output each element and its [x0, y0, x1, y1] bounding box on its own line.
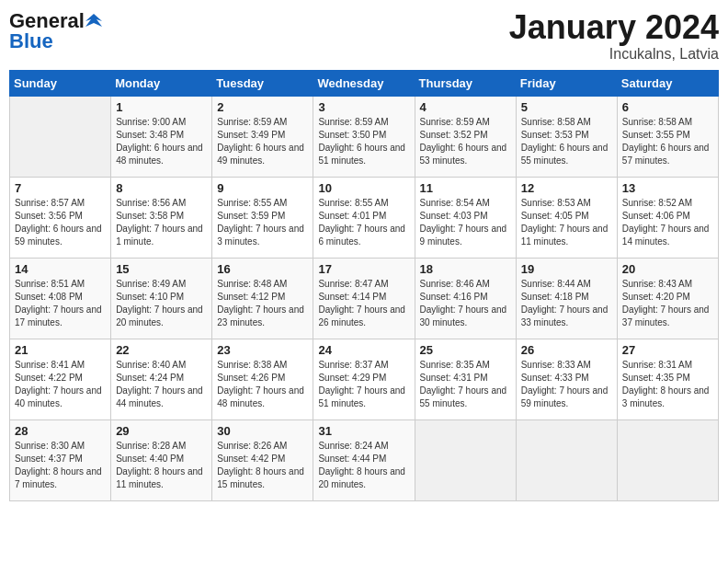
day-number: 6: [622, 100, 713, 114]
calendar-cell: 24Sunrise: 8:37 AMSunset: 4:29 PMDayligh…: [313, 339, 415, 419]
day-number: 15: [116, 262, 207, 276]
calendar-cell: 4Sunrise: 8:59 AMSunset: 3:52 PMDaylight…: [415, 96, 516, 177]
calendar-cell: 17Sunrise: 8:47 AMSunset: 4:14 PMDayligh…: [313, 258, 415, 339]
calendar-week-row: 14Sunrise: 8:51 AMSunset: 4:08 PMDayligh…: [10, 258, 719, 339]
day-info: Sunrise: 8:44 AMSunset: 4:18 PMDaylight:…: [521, 278, 612, 329]
col-header-tuesday: Tuesday: [212, 70, 313, 96]
logo: General Blue: [9, 9, 102, 53]
day-info: Sunrise: 8:59 AMSunset: 3:52 PMDaylight:…: [420, 116, 511, 167]
day-info: Sunrise: 8:58 AMSunset: 3:53 PMDaylight:…: [521, 116, 612, 167]
calendar-cell: 20Sunrise: 8:43 AMSunset: 4:20 PMDayligh…: [617, 258, 718, 339]
col-header-thursday: Thursday: [415, 70, 516, 96]
col-header-friday: Friday: [516, 70, 617, 96]
calendar-cell: 7Sunrise: 8:57 AMSunset: 3:56 PMDaylight…: [10, 177, 111, 258]
day-number: 26: [521, 343, 612, 357]
day-number: 24: [318, 343, 409, 357]
logo-bird-icon: [85, 14, 102, 27]
calendar-week-row: 28Sunrise: 8:30 AMSunset: 4:37 PMDayligh…: [10, 419, 719, 500]
col-header-sunday: Sunday: [10, 70, 111, 96]
day-info: Sunrise: 8:33 AMSunset: 4:33 PMDaylight:…: [521, 359, 612, 410]
day-info: Sunrise: 8:51 AMSunset: 4:08 PMDaylight:…: [15, 278, 106, 329]
day-info: Sunrise: 8:59 AMSunset: 3:49 PMDaylight:…: [217, 116, 308, 167]
day-number: 27: [622, 343, 713, 357]
calendar-cell: 23Sunrise: 8:38 AMSunset: 4:26 PMDayligh…: [212, 339, 313, 419]
calendar-cell: 18Sunrise: 8:46 AMSunset: 4:16 PMDayligh…: [415, 258, 516, 339]
day-number: 18: [420, 262, 511, 276]
calendar-cell: 10Sunrise: 8:55 AMSunset: 4:01 PMDayligh…: [313, 177, 415, 258]
day-number: 2: [217, 100, 308, 114]
calendar-week-row: 21Sunrise: 8:41 AMSunset: 4:22 PMDayligh…: [10, 339, 719, 419]
day-info: Sunrise: 8:55 AMSunset: 3:59 PMDaylight:…: [217, 197, 308, 248]
calendar-header-row: SundayMondayTuesdayWednesdayThursdayFrid…: [10, 70, 719, 96]
day-info: Sunrise: 8:47 AMSunset: 4:14 PMDaylight:…: [318, 278, 409, 329]
day-info: Sunrise: 8:24 AMSunset: 4:44 PMDaylight:…: [318, 440, 409, 491]
day-number: 7: [15, 181, 106, 195]
calendar-cell: 3Sunrise: 8:59 AMSunset: 3:50 PMDaylight…: [313, 96, 415, 177]
day-info: Sunrise: 8:59 AMSunset: 3:50 PMDaylight:…: [318, 116, 409, 167]
day-number: 16: [217, 262, 308, 276]
calendar-cell: [415, 419, 516, 500]
day-info: Sunrise: 8:35 AMSunset: 4:31 PMDaylight:…: [420, 359, 511, 410]
day-info: Sunrise: 8:38 AMSunset: 4:26 PMDaylight:…: [217, 359, 308, 410]
day-info: Sunrise: 8:57 AMSunset: 3:56 PMDaylight:…: [15, 197, 106, 248]
day-info: Sunrise: 8:58 AMSunset: 3:55 PMDaylight:…: [622, 116, 713, 167]
day-number: 3: [318, 100, 409, 114]
col-header-wednesday: Wednesday: [313, 70, 415, 96]
day-info: Sunrise: 8:30 AMSunset: 4:37 PMDaylight:…: [15, 440, 106, 491]
calendar-cell: 25Sunrise: 8:35 AMSunset: 4:31 PMDayligh…: [415, 339, 516, 419]
calendar-cell: 6Sunrise: 8:58 AMSunset: 3:55 PMDaylight…: [617, 96, 718, 177]
day-number: 17: [318, 262, 409, 276]
day-info: Sunrise: 8:28 AMSunset: 4:40 PMDaylight:…: [116, 440, 207, 491]
calendar-week-row: 7Sunrise: 8:57 AMSunset: 3:56 PMDaylight…: [10, 177, 719, 258]
day-number: 1: [116, 100, 207, 114]
calendar-cell: 2Sunrise: 8:59 AMSunset: 3:49 PMDaylight…: [212, 96, 313, 177]
calendar-cell: 30Sunrise: 8:26 AMSunset: 4:42 PMDayligh…: [212, 419, 313, 500]
calendar-cell: 29Sunrise: 8:28 AMSunset: 4:40 PMDayligh…: [111, 419, 212, 500]
day-info: Sunrise: 8:55 AMSunset: 4:01 PMDaylight:…: [318, 197, 409, 248]
calendar-week-row: 1Sunrise: 9:00 AMSunset: 3:48 PMDaylight…: [10, 96, 719, 177]
calendar-cell: 5Sunrise: 8:58 AMSunset: 3:53 PMDaylight…: [516, 96, 617, 177]
day-number: 23: [217, 343, 308, 357]
day-number: 12: [521, 181, 612, 195]
calendar-cell: 13Sunrise: 8:52 AMSunset: 4:06 PMDayligh…: [617, 177, 718, 258]
calendar-cell: 11Sunrise: 8:54 AMSunset: 4:03 PMDayligh…: [415, 177, 516, 258]
day-info: Sunrise: 8:49 AMSunset: 4:10 PMDaylight:…: [116, 278, 207, 329]
day-number: 13: [622, 181, 713, 195]
day-number: 30: [217, 424, 308, 438]
day-number: 20: [622, 262, 713, 276]
day-info: Sunrise: 8:54 AMSunset: 4:03 PMDaylight:…: [420, 197, 511, 248]
title-area: January 2024 Incukalns, Latvia: [509, 9, 719, 63]
day-info: Sunrise: 8:48 AMSunset: 4:12 PMDaylight:…: [217, 278, 308, 329]
calendar-cell: 8Sunrise: 8:56 AMSunset: 3:58 PMDaylight…: [111, 177, 212, 258]
day-info: Sunrise: 8:53 AMSunset: 4:05 PMDaylight:…: [521, 197, 612, 248]
day-number: 28: [15, 424, 106, 438]
day-number: 29: [116, 424, 207, 438]
calendar-cell: 19Sunrise: 8:44 AMSunset: 4:18 PMDayligh…: [516, 258, 617, 339]
day-info: Sunrise: 9:00 AMSunset: 3:48 PMDaylight:…: [116, 116, 207, 167]
page-header: General Blue January 2024 Incukalns, Lat…: [9, 9, 719, 63]
day-info: Sunrise: 8:46 AMSunset: 4:16 PMDaylight:…: [420, 278, 511, 329]
day-info: Sunrise: 8:56 AMSunset: 3:58 PMDaylight:…: [116, 197, 207, 248]
day-number: 5: [521, 100, 612, 114]
day-info: Sunrise: 8:52 AMSunset: 4:06 PMDaylight:…: [622, 197, 713, 248]
logo-blue: Blue: [9, 29, 53, 53]
day-number: 25: [420, 343, 511, 357]
day-info: Sunrise: 8:37 AMSunset: 4:29 PMDaylight:…: [318, 359, 409, 410]
day-info: Sunrise: 8:26 AMSunset: 4:42 PMDaylight:…: [217, 440, 308, 491]
calendar-cell: [10, 96, 111, 177]
calendar-cell: 27Sunrise: 8:31 AMSunset: 4:35 PMDayligh…: [617, 339, 718, 419]
day-number: 8: [116, 181, 207, 195]
calendar-cell: 21Sunrise: 8:41 AMSunset: 4:22 PMDayligh…: [10, 339, 111, 419]
calendar-cell: [617, 419, 718, 500]
day-number: 21: [15, 343, 106, 357]
day-number: 9: [217, 181, 308, 195]
day-number: 4: [420, 100, 511, 114]
calendar-cell: [516, 419, 617, 500]
calendar-cell: 9Sunrise: 8:55 AMSunset: 3:59 PMDaylight…: [212, 177, 313, 258]
calendar-cell: 12Sunrise: 8:53 AMSunset: 4:05 PMDayligh…: [516, 177, 617, 258]
day-number: 14: [15, 262, 106, 276]
day-info: Sunrise: 8:31 AMSunset: 4:35 PMDaylight:…: [622, 359, 713, 410]
day-number: 19: [521, 262, 612, 276]
col-header-saturday: Saturday: [617, 70, 718, 96]
day-info: Sunrise: 8:40 AMSunset: 4:24 PMDaylight:…: [116, 359, 207, 410]
